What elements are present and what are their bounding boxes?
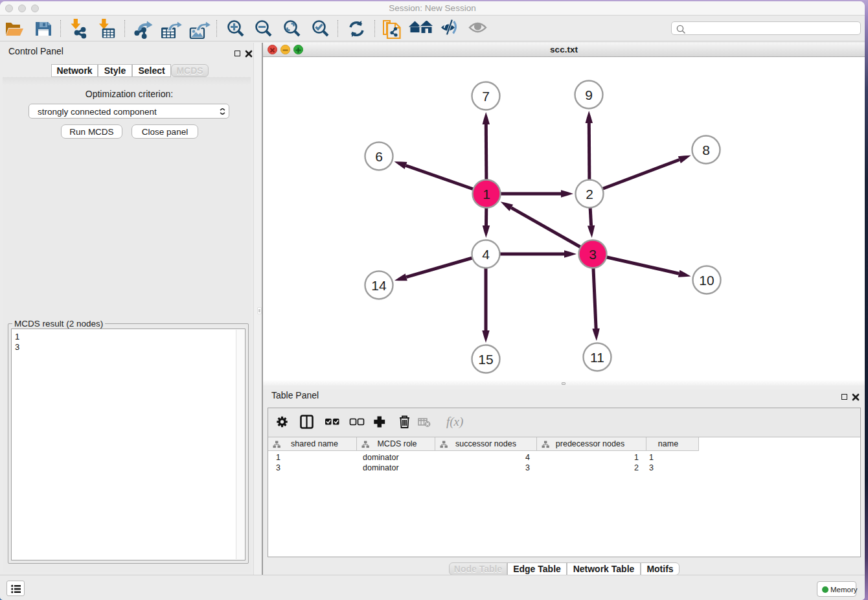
svg-text:15: 15 (478, 352, 493, 367)
svg-text:14: 14 (371, 278, 387, 293)
svg-text:11: 11 (590, 350, 604, 365)
svg-text:1: 1 (483, 187, 490, 202)
svg-text:6: 6 (375, 149, 383, 164)
svg-text:2: 2 (586, 187, 593, 202)
svg-text:4: 4 (482, 247, 490, 262)
svg-text:3: 3 (589, 247, 597, 262)
svg-text:9: 9 (585, 87, 593, 102)
svg-text:10: 10 (699, 273, 714, 288)
svg-text:f(x): f(x) (446, 415, 463, 429)
svg-text:8: 8 (702, 143, 710, 157)
svg-text:7: 7 (482, 89, 490, 104)
